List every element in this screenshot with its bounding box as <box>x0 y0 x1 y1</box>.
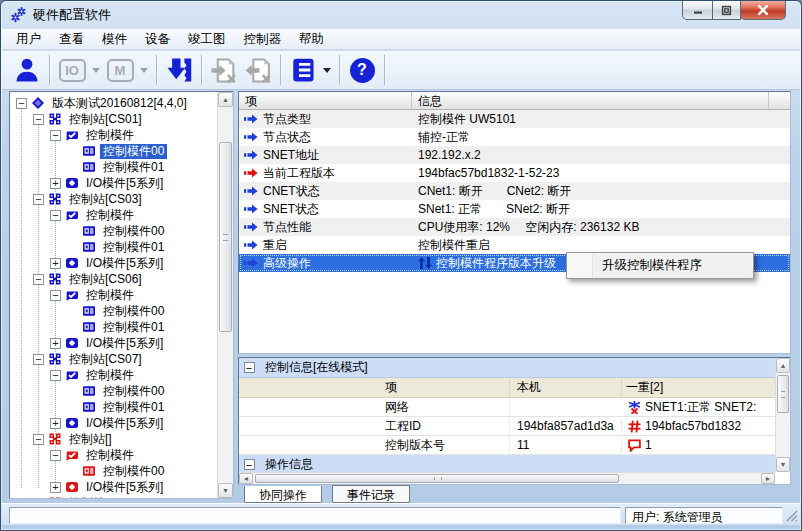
menu-device[interactable]: 设备 <box>136 29 179 50</box>
tree-node[interactable]: 控制模件 <box>10 287 217 303</box>
tree-expander[interactable] <box>33 194 44 205</box>
detail-row[interactable]: 节点性能CPU使用率: 12% 空闲内存: 236132 KB <box>239 218 790 236</box>
tree-node[interactable]: 控制模件00 <box>10 463 217 479</box>
close-button[interactable] <box>740 1 786 20</box>
tree-node[interactable]: 控制模件01 <box>10 239 217 255</box>
tree-expander[interactable] <box>50 418 61 429</box>
tree-expander[interactable] <box>33 354 44 365</box>
info-col-remote: 一重[2] <box>622 379 775 396</box>
tree-expander[interactable] <box>50 370 61 381</box>
info-horizontal-scrollbar[interactable]: ◄ ► <box>239 472 775 484</box>
tree-expander[interactable] <box>50 290 61 301</box>
event-list-button[interactable] <box>286 54 320 86</box>
tree-node[interactable]: 控制站[CS03] <box>10 191 217 207</box>
download-to-module-button[interactable] <box>162 54 196 86</box>
tree-node[interactable]: 控制站[] <box>10 495 217 498</box>
tree-node[interactable]: I/O模件[5系列] <box>10 479 217 495</box>
tree-node[interactable]: 控制模件 <box>10 207 217 223</box>
m-module-button[interactable]: M <box>103 54 137 86</box>
info-row-network[interactable]: 网络 SNET1:正常 SNET2: <box>239 398 775 417</box>
tree-node[interactable]: 控制模件 <box>10 367 217 383</box>
tree-expander[interactable] <box>50 210 61 221</box>
io-dropdown-arrow-icon[interactable] <box>92 68 100 73</box>
tree-expander[interactable] <box>16 98 27 109</box>
tree-node-selected[interactable]: 控制模件00 <box>10 143 217 159</box>
tree-expander[interactable] <box>33 498 44 499</box>
group-collapse-icon[interactable] <box>244 362 255 373</box>
user-manager-button[interactable] <box>10 54 44 86</box>
help-button[interactable]: ? <box>345 54 379 86</box>
tree-node[interactable]: I/O模件[5系列] <box>10 255 217 271</box>
module-group-icon <box>65 289 79 301</box>
scroll-down-arrow-icon[interactable]: ▼ <box>218 483 233 498</box>
context-menu-item-upgrade[interactable]: 升级控制模件程序 <box>593 257 702 274</box>
restore-button[interactable] <box>712 1 741 20</box>
group-header-control-info[interactable]: 控制信息[在线模式] <box>239 358 775 378</box>
detail-row[interactable]: CNET状态CNet1: 断开 CNet2: 断开 <box>239 182 790 200</box>
info-row-control-version[interactable]: 控制版本号 11 1 <box>239 436 775 455</box>
scroll-left-arrow-icon[interactable]: ◄ <box>239 473 253 484</box>
io-module-icon <box>65 417 79 429</box>
column-header-item[interactable]: 项 <box>239 92 412 110</box>
menu-view[interactable]: 查看 <box>50 29 93 50</box>
scroll-thumb[interactable] <box>219 142 232 332</box>
tree-node[interactable]: 控制站[] <box>10 431 217 447</box>
module-icon <box>82 401 96 413</box>
tab-event-record[interactable]: 事件记录 <box>332 485 410 503</box>
tab-collaborative-operation[interactable]: 协同操作 <box>244 486 322 503</box>
info-vertical-scrollbar[interactable]: ▲ ▼ <box>775 358 790 472</box>
scroll-thumb[interactable] <box>777 375 789 413</box>
scroll-thumb[interactable] <box>255 474 619 483</box>
detail-row[interactable]: 节点类型控制模件 UW5101 <box>239 110 790 128</box>
io-module-button[interactable]: IO <box>55 54 89 86</box>
menu-asbuilt-drawing[interactable]: 竣工图 <box>179 29 235 50</box>
menu-user[interactable]: 用户 <box>7 29 50 50</box>
column-header-info[interactable]: 信息 <box>412 92 769 110</box>
import-cancel-button[interactable] <box>207 54 241 86</box>
tree-node[interactable]: 控制站[CS01] <box>10 111 217 127</box>
tree-node[interactable]: I/O模件[5系列] <box>10 175 217 191</box>
tree-vertical-scrollbar[interactable]: ▲ ▼ <box>217 92 233 498</box>
tree-node[interactable]: I/O模件[5系列] <box>10 335 217 351</box>
tree-expander[interactable] <box>50 258 61 269</box>
tree-expander[interactable] <box>50 130 61 141</box>
scroll-up-arrow-icon[interactable]: ▲ <box>218 92 233 107</box>
tree-node[interactable]: 控制模件00 <box>10 303 217 319</box>
tree-node[interactable]: 控制模件00 <box>10 223 217 239</box>
detail-row[interactable]: 节点状态辅控-正常 <box>239 128 790 146</box>
menu-help[interactable]: 帮助 <box>290 29 333 50</box>
tree-node[interactable]: 版本测试20160812[4,4,0] <box>10 95 217 111</box>
menu-controller[interactable]: 控制器 <box>235 29 291 50</box>
group-header-operation-info[interactable]: 操作信息 <box>239 455 775 472</box>
scroll-right-arrow-icon[interactable]: ► <box>761 473 775 484</box>
tree-node[interactable]: I/O模件[5系列] <box>10 415 217 431</box>
export-cancel-button[interactable] <box>241 54 275 86</box>
m-dropdown-arrow-icon[interactable] <box>140 68 148 73</box>
menu-module[interactable]: 模件 <box>93 29 136 50</box>
tree-expander[interactable] <box>50 178 61 189</box>
scroll-up-arrow-icon[interactable]: ▲ <box>776 358 790 373</box>
info-row-project-id[interactable]: 工程ID 194bfa857ad1d3a 194bfac57bd1832 <box>239 417 775 436</box>
tree-node[interactable]: 控制模件00 <box>10 383 217 399</box>
detail-row[interactable]: SNET地址192.192.x.2 <box>239 146 790 164</box>
tree-node[interactable]: 控制模件01 <box>10 399 217 415</box>
tree-node[interactable]: 控制模件01 <box>10 159 217 175</box>
scroll-down-arrow-icon[interactable]: ▼ <box>776 457 790 472</box>
tree-expander[interactable] <box>50 482 61 493</box>
tree-expander[interactable] <box>33 274 44 285</box>
detail-row[interactable]: 当前工程版本194bfac57bd1832-1-52-23 <box>239 164 790 182</box>
minimize-button[interactable] <box>682 1 713 20</box>
tree-expander[interactable] <box>50 338 61 349</box>
tree-expander[interactable] <box>33 434 44 445</box>
detail-row[interactable]: SNET状态SNet1: 正常 SNet2: 断开 <box>239 200 790 218</box>
tree-expander[interactable] <box>50 450 61 461</box>
tree-node[interactable]: 控制模件01 <box>10 319 217 335</box>
tree-node[interactable]: 控制模件 <box>10 447 217 463</box>
tree-node[interactable]: 控制站[CS07] <box>10 351 217 367</box>
group-collapse-icon[interactable] <box>244 459 255 470</box>
tree-expander[interactable] <box>33 114 44 125</box>
resize-grip[interactable] <box>785 509 798 522</box>
tree-node[interactable]: 控制站[CS06] <box>10 271 217 287</box>
tree-node[interactable]: 控制模件 <box>10 127 217 143</box>
list-dropdown-arrow-icon[interactable] <box>323 68 331 73</box>
